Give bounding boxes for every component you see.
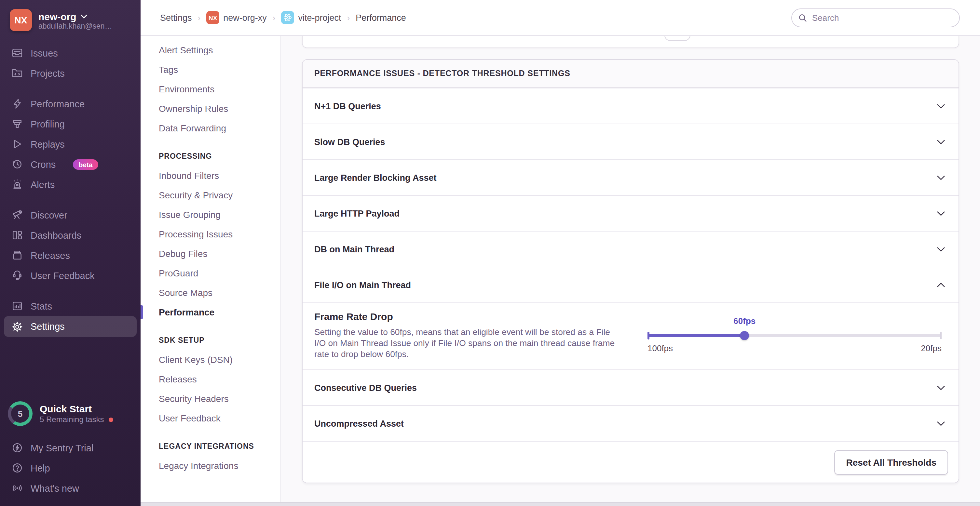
quickstart-title: Quick Start <box>40 403 113 415</box>
breadcrumb-page: Performance <box>356 13 406 22</box>
react-platform-icon <box>282 11 294 24</box>
nav-environments[interactable]: Environments <box>140 79 280 99</box>
slider-end-tick <box>940 332 942 339</box>
breadcrumb: Settings › NX new-org-xy › vite-project … <box>160 11 406 24</box>
sidebar-item-help[interactable]: Help <box>0 458 140 478</box>
row-large-render-blocking-asset[interactable]: Large Render Blocking Asset <box>302 159 959 195</box>
sidebar-item-stats[interactable]: Stats <box>0 296 140 316</box>
sidebar-item-releases[interactable]: Releases <box>0 245 140 265</box>
dashboards-icon <box>11 229 23 241</box>
sidebar-item-label: Alerts <box>30 179 55 190</box>
nav-section-processing: PROCESSING <box>140 146 280 166</box>
nav-user-feedback[interactable]: User Feedback <box>140 408 280 428</box>
releases-icon <box>11 249 23 261</box>
nav-processing-issues[interactable]: Processing Issues <box>140 224 280 244</box>
nav-security-privacy[interactable]: Security & Privacy <box>140 186 280 205</box>
sidebar-item-user-feedback[interactable]: User Feedback <box>0 265 140 286</box>
performance-icon <box>11 98 23 109</box>
scrolled-panel-bottom <box>302 36 959 48</box>
chevron-up-icon <box>936 282 945 288</box>
horizontal-scrollbar[interactable] <box>140 502 980 506</box>
beta-badge: beta <box>73 159 98 170</box>
quick-start-widget[interactable]: 5 Quick Start 5 Remaining tasks <box>8 392 131 426</box>
alert-dot <box>108 417 113 422</box>
chevron-down-icon <box>936 420 945 426</box>
nav-section-sdk-setup: SDK SETUP <box>140 330 280 350</box>
sidebar-item-label: Profiling <box>30 119 65 129</box>
sidebar-item-label: Performance <box>30 98 84 109</box>
row-file-io-on-main-thread[interactable]: File I/O on Main Thread <box>302 266 959 303</box>
sidebar-item-whats-new[interactable]: What's new <box>0 478 140 498</box>
nav-debug-files[interactable]: Debug Files <box>140 244 280 263</box>
sidebar-item-crons[interactable]: Crons beta <box>0 154 140 174</box>
sidebar-item-issues[interactable]: Issues <box>0 43 140 63</box>
sidebar-item-alerts[interactable]: Alerts <box>0 174 140 195</box>
nav-security-headers[interactable]: Security Headers <box>140 389 280 408</box>
help-icon <box>11 462 23 474</box>
slider-thumb[interactable] <box>740 331 749 340</box>
row-large-http-payload[interactable]: Large HTTP Payload <box>302 195 959 231</box>
nav-issue-grouping[interactable]: Issue Grouping <box>140 205 280 224</box>
nav-performance[interactable]: Performance <box>140 303 280 322</box>
sidebar-item-label: Help <box>30 463 50 473</box>
nav-releases[interactable]: Releases <box>140 370 280 389</box>
gear-icon <box>11 320 23 332</box>
slider-value-label: 60fps <box>733 316 756 326</box>
sidebar-item-label: Projects <box>30 68 65 78</box>
row-uncompressed-asset[interactable]: Uncompressed Asset <box>302 405 959 441</box>
slider-fill <box>648 334 745 337</box>
row-consecutive-db-queries[interactable]: Consecutive DB Queries <box>302 370 959 405</box>
frame-rate-drop-description: Setting the value to 60fps, means that a… <box>314 327 615 360</box>
chevron-down-icon <box>936 246 945 252</box>
sidebar-item-performance[interactable]: Performance <box>0 94 140 114</box>
projects-icon <box>11 67 23 79</box>
row-db-on-main-thread[interactable]: DB on Main Thread <box>302 231 959 266</box>
sidebar-item-profiling[interactable]: Profiling <box>0 114 140 134</box>
chevron-down-icon <box>936 174 945 181</box>
sidebar-item-label: User Feedback <box>30 270 95 281</box>
quickstart-count: 5 <box>11 404 29 423</box>
nav-ownership-rules[interactable]: Ownership Rules <box>140 99 280 118</box>
chevron-down-icon <box>936 103 945 109</box>
slider-start-tick <box>648 332 649 339</box>
sentry-settings-page: NX new-org abdullah.khan@sen… Issues <box>0 0 980 506</box>
org-switcher[interactable]: NX new-org abdullah.khan@sen… <box>0 0 140 39</box>
nav-alert-settings[interactable]: Alert Settings <box>140 40 280 60</box>
nav-source-maps[interactable]: Source Maps <box>140 283 280 303</box>
chevron-down-icon <box>936 139 945 145</box>
org-avatar: NX <box>10 9 32 31</box>
discover-icon <box>11 209 23 221</box>
search-input[interactable] <box>791 8 960 27</box>
search-icon <box>798 13 808 22</box>
sidebar-item-replays[interactable]: Replays <box>0 134 140 154</box>
panel-footer: Reset All Thresholds <box>302 441 959 482</box>
nav-legacy-integrations[interactable]: Legacy Integrations <box>140 456 280 476</box>
sidebar-item-trial[interactable]: My Sentry Trial <box>0 438 140 458</box>
sidebar-item-dashboards[interactable]: Dashboards <box>0 225 140 245</box>
stats-icon <box>11 300 23 312</box>
quickstart-subtitle: 5 Remaining tasks <box>40 415 104 424</box>
slider-min-label: 100fps <box>648 343 673 353</box>
nav-inbound-filters[interactable]: Inbound Filters <box>140 166 280 186</box>
alerts-icon <box>11 179 23 190</box>
chevron-down-icon <box>936 385 945 390</box>
breadcrumb-project[interactable]: vite-project <box>282 11 341 24</box>
sidebar-item-label: Issues <box>30 48 58 58</box>
row-slow-db-queries[interactable]: Slow DB Queries <box>302 124 959 159</box>
issues-icon <box>11 47 23 59</box>
nav-proguard[interactable]: ProGuard <box>140 263 280 283</box>
row-n-plus-one-db-queries[interactable]: N+1 DB Queries <box>302 88 959 124</box>
sidebar-item-settings[interactable]: Settings <box>4 316 137 337</box>
sidebar-item-discover[interactable]: Discover <box>0 205 140 225</box>
nav-client-keys[interactable]: Client Keys (DSN) <box>140 350 280 370</box>
nav-data-forwarding[interactable]: Data Forwarding <box>140 118 280 138</box>
chevron-right-icon: › <box>198 13 201 22</box>
breadcrumb-settings[interactable]: Settings <box>160 13 192 22</box>
nav-tags[interactable]: Tags <box>140 60 280 79</box>
profiling-icon <box>11 118 23 130</box>
breadcrumb-org[interactable]: NX new-org-xy <box>206 11 267 24</box>
trial-icon <box>11 442 23 454</box>
reset-all-thresholds-button[interactable]: Reset All Thresholds <box>835 450 948 474</box>
sidebar-item-projects[interactable]: Projects <box>0 63 140 83</box>
chevron-right-icon: › <box>347 13 350 22</box>
